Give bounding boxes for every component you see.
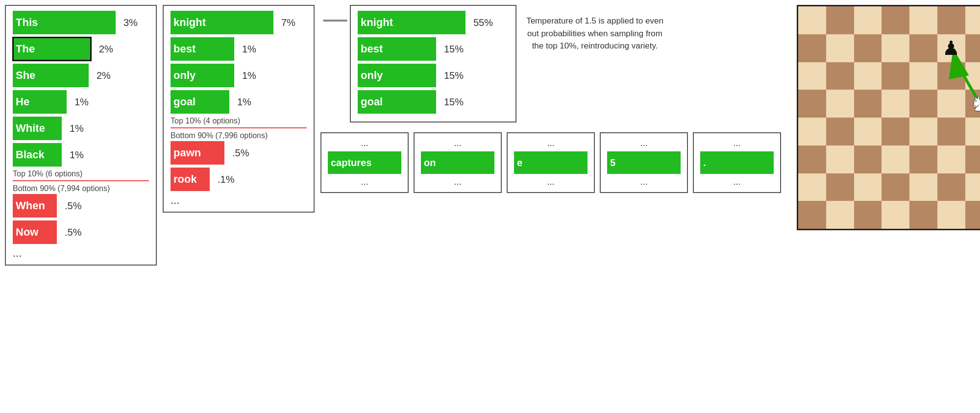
chess-cell-2-1: [826, 62, 854, 90]
bar-wrap: This: [13, 11, 116, 34]
word-panel-1: ...on...: [414, 132, 502, 193]
panel3-top-items: knight55%best15%only15%goal15%: [358, 11, 509, 114]
bar-wrap: Black: [13, 143, 62, 167]
bar-row: knight55%: [358, 11, 509, 34]
bar-row: goal15%: [358, 90, 509, 114]
bar-wrap: White: [13, 117, 62, 140]
chess-cell-6-5: [937, 173, 965, 201]
bar-pct: 2%: [99, 44, 123, 55]
word-dots-top: ...: [547, 138, 554, 148]
chess-cell-4-2: [854, 118, 882, 146]
bar-label: knight: [361, 16, 393, 29]
bar-wrap: best: [171, 37, 234, 61]
panel1-ellipsis: ...: [13, 247, 149, 260]
bar-label: Now: [16, 226, 38, 239]
chess-cell-1-0: [798, 34, 826, 62]
word-bar-label: on: [424, 157, 436, 169]
panel1-bottom-label: Bottom 90% (7,994 options): [13, 184, 149, 193]
word-bar-label: captures: [331, 157, 371, 169]
chess-cell-6-4: [909, 173, 937, 201]
bar-row: only1%: [171, 64, 307, 87]
chess-cell-5-6: [965, 146, 980, 173]
bar-wrap: The: [13, 37, 91, 61]
word-bar: on: [421, 151, 494, 174]
bar-pct: .5%: [65, 200, 89, 212]
chess-cell-7-5: [937, 201, 965, 229]
panel2-bottom-items: pawn.5%rook.1%: [171, 141, 307, 191]
chess-cell-6-1: [826, 173, 854, 201]
chess-cell-2-2: [854, 62, 882, 90]
bar-row: goal1%: [171, 90, 307, 114]
bar-row: She2%: [13, 64, 149, 87]
word-bar-label: .: [703, 157, 706, 169]
bar: She: [13, 64, 89, 87]
chess-cell-1-5: ♟: [937, 34, 965, 62]
chess-cell-3-1: [826, 90, 854, 118]
bar-wrap: pawn: [171, 141, 224, 165]
bar: knight: [358, 11, 466, 34]
chess-cell-3-6: ♞: [965, 90, 980, 118]
chess-cell-3-2: [854, 90, 882, 118]
chess-cell-0-1: [826, 6, 854, 34]
word-bar: e: [514, 151, 588, 174]
chess-cell-4-6: [965, 118, 980, 146]
chess-cell-4-4: [909, 118, 937, 146]
bar: rook: [171, 168, 210, 191]
panel1-top-label: Top 10% (6 options): [13, 170, 149, 178]
bar-pct: 55%: [473, 17, 498, 28]
panel2-red-divider: [171, 127, 307, 128]
bar: He: [13, 90, 67, 114]
panel2-bottom-label: Bottom 90% (7,996 options): [171, 131, 307, 140]
panel-3: knight55%best15%only15%goal15%: [350, 5, 516, 122]
chess-piece-white: ♞: [970, 93, 980, 115]
word-panel-0: ...captures...: [320, 132, 409, 193]
chess-cell-1-4: [909, 34, 937, 62]
chess-cell-5-2: [854, 146, 882, 173]
chess-cell-3-0: [798, 90, 826, 118]
panel2-top-label: Top 10% (4 options): [171, 117, 307, 125]
bar-label: goal: [173, 96, 196, 108]
bar: best: [358, 37, 436, 61]
bar-pct: 1%: [74, 97, 99, 108]
chess-cell-3-4: [909, 90, 937, 118]
chess-cell-0-0: [798, 6, 826, 34]
bar: only: [358, 64, 436, 87]
dash-separator: [320, 5, 350, 22]
bar-label: The: [16, 43, 35, 55]
bar-row: only15%: [358, 64, 509, 87]
word-bar: captures: [328, 151, 401, 174]
chess-cell-2-5: [937, 62, 965, 90]
chess-cell-5-1: [826, 146, 854, 173]
chess-cell-5-4: [909, 146, 937, 173]
bar-row: best1%: [171, 37, 307, 61]
chess-cell-5-0: [798, 146, 826, 173]
word-bar-label: 5: [610, 157, 615, 169]
bar-label: White: [16, 122, 45, 135]
chess-cell-7-0: [798, 201, 826, 229]
panel-1: This3%The2%She2%He1%White1%Black1% Top 1…: [5, 5, 157, 266]
word-dots-bottom: ...: [733, 177, 740, 187]
bar-label: goal: [361, 96, 383, 108]
bar: knight: [171, 11, 273, 34]
bar-row: pawn.5%: [171, 141, 307, 165]
bar: When: [13, 194, 57, 218]
chess-cell-6-3: [882, 173, 909, 201]
bar-pct: 2%: [97, 70, 121, 81]
bar-label: Black: [16, 148, 45, 161]
bar-label: This: [16, 16, 38, 29]
bar-label: knight: [173, 16, 206, 29]
chess-cell-7-4: [909, 201, 937, 229]
bar-label: only: [361, 69, 383, 82]
bar-pct: 1%: [237, 97, 262, 108]
bar-wrap: She: [13, 64, 89, 87]
dash-line: [323, 20, 347, 22]
bar-wrap: only: [171, 64, 234, 87]
chess-cell-4-1: [826, 118, 854, 146]
word-dots-bottom: ...: [547, 177, 554, 187]
bar-pct: 1%: [70, 149, 94, 161]
chess-piece-black: ♟: [942, 37, 960, 59]
chess-cell-7-6: [965, 201, 980, 229]
bar-row: He1%: [13, 90, 149, 114]
temp-note: Temperature of 1.5 is applied to even ou…: [526, 15, 663, 52]
chess-cell-2-0: [798, 62, 826, 90]
